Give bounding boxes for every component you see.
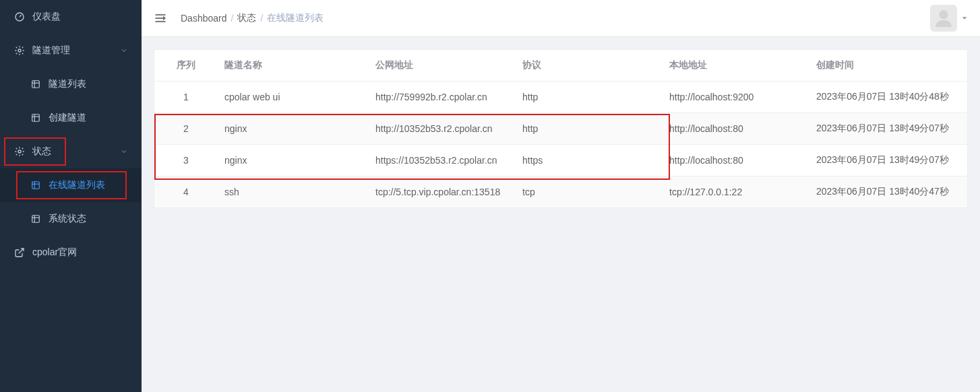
breadcrumb-sep: / [260,13,263,24]
cell-created: 2023年06月07日 13时49分07秒 [809,145,967,176]
nav-tunnel-mgmt-label: 隧道管理 [32,44,120,57]
chevron-down-icon [120,46,128,55]
dashboard-icon [13,11,26,23]
cell-public: http://759992b.r2.cpolar.cn [369,81,516,113]
cell-created: 2023年06月07日 13时40分48秒 [809,81,967,113]
cell-public: tcp://5.tcp.vip.cpolar.cn:13518 [369,176,516,208]
nav-cpolar-site[interactable]: cpolar官网 [0,236,142,269]
nav-dashboard[interactable]: 仪表盘 [0,0,142,34]
nav-cpolar-site-label: cpolar官网 [32,247,128,259]
nav-status-label: 状态 [32,145,120,158]
nav-system-status-label: 系统状态 [49,213,128,225]
breadcrumb-dashboard[interactable]: Dashboard [181,13,227,24]
svg-rect-12 [32,216,40,223]
cell-local: http://localhost:80 [663,145,809,176]
cell-public: http://10352b53.r2.cpolar.cn [369,113,516,145]
cell-public: https://10352b53.r2.cpolar.cn [369,145,516,176]
table-row[interactable]: 4 ssh tcp://5.tcp.vip.cpolar.cn:13518 tc… [154,176,967,208]
nav-create-tunnel[interactable]: 创建隧道 [0,101,142,135]
chevron-down-icon [120,148,128,156]
nav-create-tunnel-label: 创建隧道 [49,112,128,124]
svg-rect-9 [32,182,40,189]
cell-proto: http [516,81,663,113]
th-name: 隧道名称 [218,50,369,81]
cell-proto: tcp [516,176,663,208]
cell-name: ssh [218,176,369,208]
cell-seq: 4 [154,176,218,208]
cell-created: 2023年06月07日 13时49分07秒 [809,113,967,145]
cell-name: nginx [218,113,369,145]
nav-online-tunnel-list[interactable]: 在线隧道列表 [0,168,142,202]
cell-created: 2023年06月07日 13时40分47秒 [809,176,967,208]
nav-tunnel-mgmt[interactable]: 隧道管理 [0,34,142,67]
cell-name: cpolar web ui [218,81,369,113]
list-icon [30,78,42,90]
avatar [930,5,957,32]
list-icon [30,179,42,191]
th-public: 公网地址 [369,50,516,81]
content: 序列 隧道名称 公网地址 协议 本地地址 创建时间 1 cpolar web u… [142,37,980,220]
breadcrumb-sep: / [231,13,234,24]
caret-down-icon [961,15,968,22]
nav-tunnel-list[interactable]: 隧道列表 [0,67,142,101]
breadcrumb-current: 在线隧道列表 [267,12,324,24]
nav-dashboard-label: 仪表盘 [32,11,128,23]
th-proto: 协议 [516,50,663,81]
table-row[interactable]: 1 cpolar web ui http://759992b.r2.cpolar… [154,81,967,113]
svg-rect-5 [32,115,40,122]
nav-tunnel-list-label: 隧道列表 [49,78,128,90]
main: Dashboard / 状态 / 在线隧道列表 序列 隧道名称 公网地址 协议 [142,0,980,392]
table-row[interactable]: 2 nginx http://10352b53.r2.cpolar.cn htt… [154,113,967,145]
cell-seq: 2 [154,113,218,145]
breadcrumb-status[interactable]: 状态 [237,12,256,24]
svg-point-19 [939,10,948,19]
cell-local: http://localhost:9200 [663,81,809,113]
svg-line-15 [19,249,24,253]
th-seq: 序列 [154,50,218,81]
svg-marker-20 [962,17,967,19]
list-icon [30,213,42,225]
nav-online-tunnel-list-label: 在线隧道列表 [49,179,128,191]
tunnel-table: 序列 隧道名称 公网地址 协议 本地地址 创建时间 1 cpolar web u… [154,49,968,208]
th-local: 本地地址 [663,50,809,81]
cell-seq: 3 [154,145,218,176]
cell-name: nginx [218,145,369,176]
cell-proto: http [516,113,663,145]
gear-icon [13,145,26,158]
table-header-row: 序列 隧道名称 公网地址 协议 本地地址 创建时间 [154,50,967,81]
svg-point-8 [18,150,21,153]
table-row[interactable]: 3 nginx https://10352b53.r2.cpolar.cn ht… [154,145,967,176]
nav-system-status[interactable]: 系统状态 [0,202,142,236]
cell-local: http://localhost:80 [663,113,809,145]
cell-local: tcp://127.0.0.1:22 [663,176,809,208]
nav-status[interactable]: 状态 [0,135,142,168]
user-menu[interactable] [930,5,968,32]
sidebar-toggle-button[interactable] [154,11,167,25]
cell-seq: 1 [154,81,218,113]
svg-rect-2 [32,81,40,88]
list-icon [30,112,42,124]
th-created: 创建时间 [809,50,967,81]
topbar: Dashboard / 状态 / 在线隧道列表 [142,0,980,37]
external-link-icon [13,247,26,259]
gear-icon [13,44,26,57]
svg-point-1 [18,49,21,52]
cell-proto: https [516,145,663,176]
sidebar: 仪表盘 隧道管理 隧道列表 创建隧道 状态 在线隧道列表 [0,0,142,392]
